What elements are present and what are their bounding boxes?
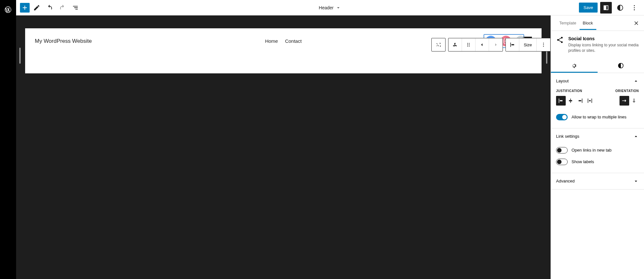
list-view-button[interactable]	[70, 2, 81, 14]
document-title: Header	[319, 5, 334, 10]
svg-point-6	[467, 43, 468, 44]
svg-point-11	[469, 46, 470, 47]
block-toolbar-group-main	[448, 38, 502, 51]
move-left-button[interactable]	[476, 38, 489, 51]
chevron-down-icon	[335, 5, 341, 11]
editor-canvas-area: Size My WordPress Website Home Contact	[16, 15, 502, 219]
page-canvas[interactable]: My WordPress Website Home Contact	[25, 28, 502, 73]
block-type-button[interactable]	[448, 38, 462, 51]
shuffle-button[interactable]	[432, 38, 445, 51]
block-toolbar: Size	[431, 38, 502, 51]
redo-button[interactable]	[57, 2, 68, 14]
wp-admin-bar[interactable]	[0, 0, 16, 219]
svg-point-10	[467, 46, 468, 47]
wordpress-logo-icon	[4, 6, 12, 219]
nav-item[interactable]: Contact	[285, 38, 302, 44]
block-toolbar-group-transform	[431, 38, 446, 51]
svg-point-9	[469, 44, 470, 45]
editor-topbar: Header Save	[16, 0, 502, 15]
topbar-left	[20, 2, 81, 14]
document-title-area[interactable]: Header	[319, 5, 341, 11]
svg-point-8	[467, 44, 468, 45]
undo-button[interactable]	[44, 2, 55, 14]
block-inserter-button[interactable]	[20, 3, 30, 13]
navigation-block[interactable]: Home Contact	[265, 38, 302, 44]
move-right-button[interactable]	[489, 38, 502, 51]
site-title[interactable]: My WordPress Website	[35, 38, 92, 44]
nav-item[interactable]: Home	[265, 38, 278, 44]
drag-handle-button[interactable]	[462, 38, 476, 51]
resize-handle-left[interactable]	[19, 48, 21, 64]
svg-point-3	[455, 43, 456, 44]
svg-point-7	[469, 43, 470, 44]
tools-button[interactable]	[31, 2, 43, 14]
